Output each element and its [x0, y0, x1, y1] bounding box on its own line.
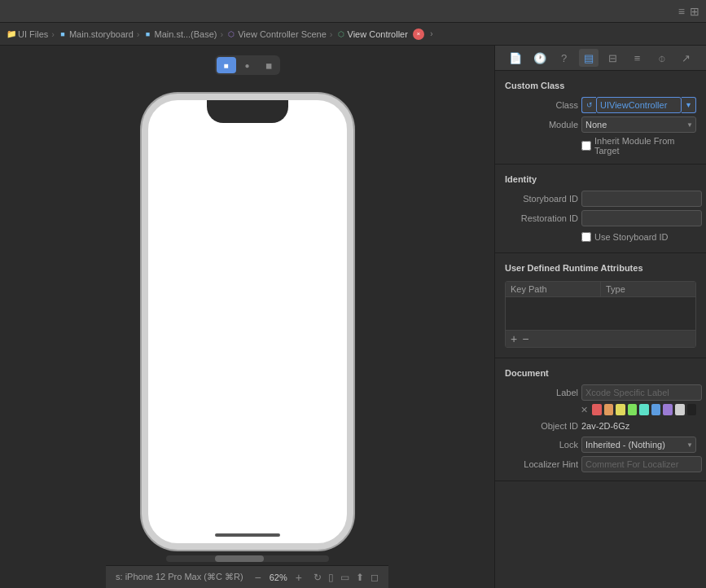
attributes-body: [506, 297, 695, 330]
canvas-horizontal-scrollbar[interactable]: [166, 555, 329, 562]
panel-tab-clock[interactable]: 🕐: [530, 49, 550, 67]
object-id-value: 2av-2D-6Gz: [581, 421, 696, 431]
zoom-value: 62%: [266, 573, 291, 582]
breadcrumb-ui-files-label: UI Files: [18, 29, 48, 39]
panel-tab-help[interactable]: ?: [555, 49, 574, 67]
zoom-increase-button[interactable]: +: [294, 572, 304, 583]
user-defined-title: User Defined Runtime Attributes: [495, 260, 706, 278]
inherit-module-label: Inherit Module From Target: [594, 136, 696, 156]
module-select-wrapper: None ▼: [581, 116, 696, 133]
class-dropdown-button[interactable]: ▼: [682, 97, 696, 113]
restoration-id-row: Restoration ID: [495, 208, 706, 228]
refresh-icon[interactable]: ↻: [314, 572, 322, 583]
breadcrumb-main-base-label: Main.st...(Base): [155, 29, 217, 39]
color-swatch-dark[interactable]: [687, 404, 697, 415]
grid-icon[interactable]: ⊞: [690, 5, 699, 18]
use-storyboard-id-checkbox[interactable]: [581, 232, 591, 242]
scene-icon: ⬡: [226, 29, 236, 39]
breadcrumb-vc[interactable]: ⬡ View Controller: [336, 29, 408, 39]
identity-title: Identity: [495, 171, 706, 189]
preview-icon[interactable]: ◻: [371, 572, 379, 583]
panel-tab-inspector[interactable]: ▤: [579, 49, 599, 67]
remove-attribute-button[interactable]: −: [522, 333, 528, 344]
add-attribute-button[interactable]: +: [511, 333, 517, 344]
breadcrumb-close-button[interactable]: ×: [413, 29, 424, 40]
right-panel: 📄 🕐 ? ▤ ⊟ ≡ ⌽ ↗ Custom Class Class ↺ UIV…: [494, 46, 706, 588]
restoration-id-input[interactable]: [581, 210, 702, 226]
color-swatch-yellow[interactable]: [616, 404, 625, 415]
color-swatch-blue[interactable]: [651, 404, 661, 415]
inherit-checkbox-row: Inherit Module From Target: [495, 134, 706, 157]
breadcrumb-vc-scene[interactable]: ⬡ View Controller Scene: [226, 29, 327, 39]
phone-container: [142, 88, 353, 555]
storyboard-file-icon: ■: [58, 29, 68, 39]
device-landscape-icon[interactable]: ▭: [340, 572, 349, 583]
lock-select-wrapper: Inherited - (Nothing) ▼: [581, 437, 696, 453]
scrollbar-thumb[interactable]: [215, 555, 264, 562]
zoom-decrease-button[interactable]: −: [253, 572, 263, 583]
bottom-bar: s: iPhone 12 Pro Max (⌘C ⌘R) − 62% + ↻ ▯…: [106, 565, 388, 588]
hamburger-icon[interactable]: ≡: [678, 5, 685, 18]
panel-tab-share[interactable]: ↗: [677, 49, 696, 67]
zoom-controls: − 62% +: [253, 572, 304, 583]
lock-row: Lock Inherited - (Nothing) ▼: [495, 435, 706, 454]
breadcrumb-main-storyboard[interactable]: ■ Main.storyboard: [58, 29, 134, 39]
class-reload-button[interactable]: ↺: [581, 97, 596, 113]
top-toolbar: ≡ ⊞: [0, 0, 706, 23]
color-swatch-light-gray[interactable]: [675, 404, 685, 415]
localizer-hint-input[interactable]: [581, 456, 702, 472]
key-path-col-header: Key Path: [506, 282, 601, 296]
home-indicator: [215, 533, 280, 537]
document-label-input[interactable]: [581, 384, 702, 401]
restoration-id-label: Restoration ID: [505, 213, 578, 223]
lock-label: Lock: [505, 440, 578, 450]
color-x-icon[interactable]: ✕: [581, 405, 588, 415]
breadcrumb-vc-label: View Controller: [348, 29, 408, 39]
lock-select[interactable]: Inherited - (Nothing): [581, 437, 696, 453]
document-label-label: Label: [505, 388, 578, 397]
module-label: Module: [505, 120, 578, 129]
panel-tabs: 📄 🕐 ? ▤ ⊟ ≡ ⌽ ↗: [495, 46, 706, 71]
panel-tab-more[interactable]: ≡: [628, 49, 647, 67]
breadcrumb-ui-files[interactable]: 📁 UI Files: [7, 29, 48, 39]
share-icon[interactable]: ⬆: [356, 572, 364, 583]
segment-btn-1[interactable]: ●: [238, 57, 257, 73]
segment-btn-0[interactable]: ■: [217, 57, 236, 73]
custom-class-title: Custom Class: [495, 77, 706, 95]
device-label: s: iPhone 12 Pro Max (⌘C ⌘R): [116, 572, 243, 582]
storyboard-id-input[interactable]: [581, 191, 702, 207]
color-swatch-red[interactable]: [592, 404, 602, 415]
breadcrumb-sep-3: ›: [221, 29, 224, 39]
storyboard-id-row: Storyboard ID: [495, 189, 706, 208]
panel-tab-device[interactable]: ⌽: [652, 49, 672, 67]
color-swatches-row: ✕: [495, 402, 706, 417]
inherit-module-checkbox[interactable]: [581, 141, 591, 151]
breadcrumb-nav-forward[interactable]: ›: [426, 29, 437, 40]
use-storyboard-id-label: Use Storyboard ID: [594, 232, 668, 242]
object-id-label: Object ID: [505, 421, 578, 431]
color-swatch-teal[interactable]: [639, 404, 649, 415]
phone-mockup: [142, 94, 353, 550]
object-id-row: Object ID 2av-2D-6Gz: [495, 417, 706, 435]
device-portrait-icon[interactable]: ▯: [328, 572, 334, 583]
type-col-header: Type: [601, 282, 695, 296]
class-label: Class: [505, 100, 578, 110]
panel-tab-file[interactable]: 📄: [506, 49, 525, 67]
breadcrumb-sep-1: ›: [51, 29, 55, 39]
breadcrumb-main-base[interactable]: ■ Main.st...(Base): [143, 29, 217, 39]
color-swatch-orange[interactable]: [604, 404, 614, 415]
panel-tab-layout[interactable]: ⊟: [603, 49, 623, 67]
color-swatch-green[interactable]: [628, 404, 638, 415]
segment-btn-2[interactable]: ◼: [259, 57, 278, 73]
attributes-header: Key Path Type: [506, 282, 695, 297]
breadcrumb-bar: 📁 UI Files › ■ Main.storyboard › ■ Main.…: [0, 23, 706, 46]
identity-section: Identity Storyboard ID Restoration ID Us…: [495, 165, 706, 253]
class-select-wrapper: ↺ UIViewController ▼: [581, 97, 696, 113]
module-select[interactable]: None: [581, 116, 696, 133]
toolbar-right: ≡ ⊞: [678, 5, 699, 18]
attributes-table: Key Path Type + −: [505, 281, 696, 348]
breadcrumb-main-storyboard-label: Main.storyboard: [69, 29, 134, 39]
class-select[interactable]: UIViewController: [596, 97, 682, 113]
color-swatch-purple[interactable]: [663, 404, 673, 415]
document-label-row: Label: [495, 383, 706, 402]
